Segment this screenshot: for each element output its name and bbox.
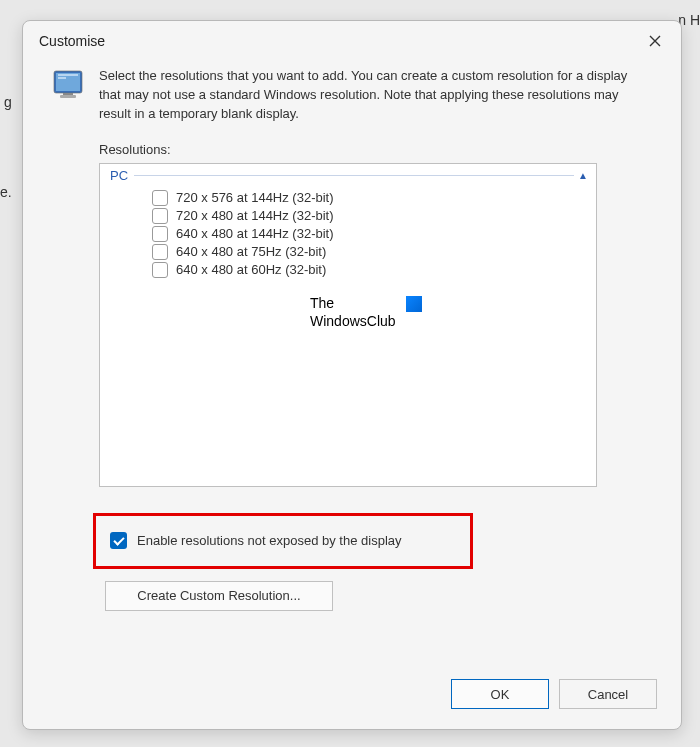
highlight-annotation: Enable resolutions not exposed by the di…	[93, 513, 473, 569]
resolution-item[interactable]: 640 x 480 at 144Hz (32-bit)	[152, 225, 596, 243]
intro-row: Select the resolutions that you want to …	[53, 67, 651, 124]
cancel-button[interactable]: Cancel	[559, 679, 657, 709]
resolution-item[interactable]: 640 x 480 at 75Hz (32-bit)	[152, 243, 596, 261]
svg-rect-1	[56, 73, 80, 91]
resolution-list: 720 x 576 at 144Hz (32-bit) 720 x 480 at…	[100, 187, 596, 279]
group-header-pc[interactable]: PC ▲	[100, 164, 596, 187]
resolution-checkbox[interactable]	[152, 208, 168, 224]
dialog-title: Customise	[39, 33, 105, 49]
resolution-label: 720 x 576 at 144Hz (32-bit)	[176, 190, 334, 205]
collapse-icon: ▲	[578, 170, 588, 181]
enable-resolutions-label: Enable resolutions not exposed by the di…	[137, 533, 402, 548]
dialog-content: Select the resolutions that you want to …	[23, 61, 681, 611]
resolution-item[interactable]: 720 x 480 at 144Hz (32-bit)	[152, 207, 596, 225]
group-divider	[134, 175, 574, 176]
close-icon	[649, 35, 661, 47]
dialog-button-row: OK Cancel	[451, 679, 657, 709]
background-text: g	[4, 94, 12, 110]
create-custom-resolution-button[interactable]: Create Custom Resolution...	[105, 581, 333, 611]
watermark: The WindowsClub	[310, 294, 422, 330]
resolution-item[interactable]: 720 x 576 at 144Hz (32-bit)	[152, 189, 596, 207]
resolution-label: 640 x 480 at 60Hz (32-bit)	[176, 262, 326, 277]
resolution-checkbox[interactable]	[152, 244, 168, 260]
svg-rect-2	[63, 93, 73, 95]
resolution-checkbox[interactable]	[152, 262, 168, 278]
resolution-label: 720 x 480 at 144Hz (32-bit)	[176, 208, 334, 223]
titlebar: Customise	[23, 21, 681, 61]
customise-dialog: Customise Select the resolutions that yo…	[22, 20, 682, 730]
resolutions-listbox[interactable]: PC ▲ 720 x 576 at 144Hz (32-bit) 720 x 4…	[99, 163, 597, 487]
group-label: PC	[110, 168, 134, 183]
background-text: e.	[0, 184, 12, 200]
svg-rect-3	[60, 95, 76, 98]
ok-button[interactable]: OK	[451, 679, 549, 709]
watermark-line: The	[310, 294, 400, 312]
enable-resolutions-checkbox[interactable]	[110, 532, 127, 549]
monitor-icon	[53, 69, 87, 103]
watermark-logo-icon	[406, 296, 422, 312]
intro-text: Select the resolutions that you want to …	[99, 67, 651, 124]
resolution-checkbox[interactable]	[152, 190, 168, 206]
resolution-label: 640 x 480 at 144Hz (32-bit)	[176, 226, 334, 241]
resolutions-label: Resolutions:	[99, 142, 651, 157]
close-button[interactable]	[643, 29, 667, 53]
watermark-line: WindowsClub	[310, 312, 400, 330]
resolution-item[interactable]: 640 x 480 at 60Hz (32-bit)	[152, 261, 596, 279]
resolution-checkbox[interactable]	[152, 226, 168, 242]
resolution-label: 640 x 480 at 75Hz (32-bit)	[176, 244, 326, 259]
